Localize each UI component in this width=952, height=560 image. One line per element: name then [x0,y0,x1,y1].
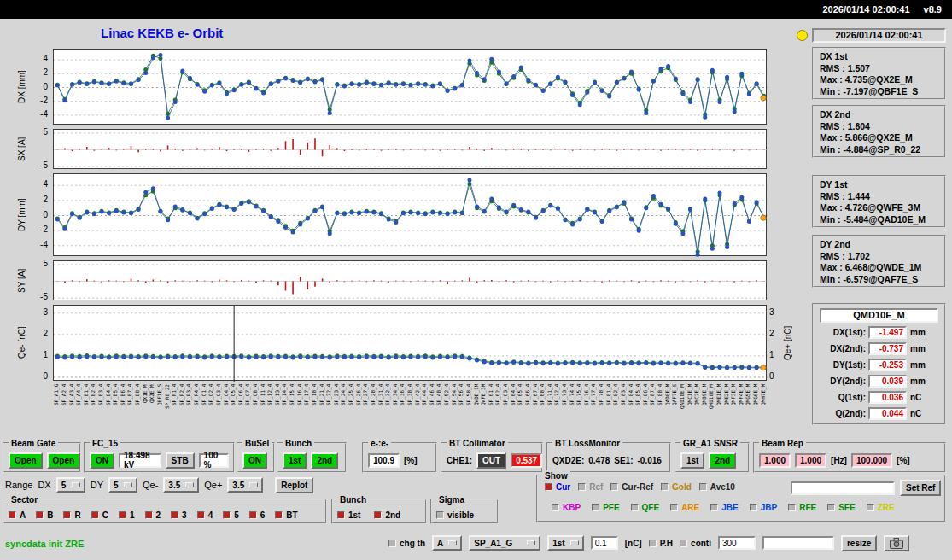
x-axis-label: SP_B3_4 [97,384,103,434]
checkbox-visible[interactable]: visible [436,510,474,520]
nc-unit-label: [nC] [625,539,642,548]
x-axis-label: SP_46_4 [429,384,435,434]
x-axis-label: SP_78_4 [598,384,604,434]
y-tick-label: 2 [31,195,48,204]
beam-gate-open1-button[interactable]: Open [9,452,43,469]
checkbox-5[interactable]: 5 [223,510,239,520]
y-tick-label: 5 [31,127,48,137]
checkbox-6[interactable]: 6 [249,510,266,520]
checkbox-gold[interactable]: Gold [661,482,692,492]
checkbox-r[interactable]: R [63,510,80,520]
x-axis-label: SP_68_4 [539,384,545,434]
snsr-2nd-button[interactable]: 2nd [709,452,736,469]
checkbox-b[interactable]: B [36,510,53,520]
x-axis-label: QWFE_3M [480,384,486,434]
snsr-1st-button[interactable]: 1st [680,452,704,469]
checkbox-bt[interactable]: BT [275,510,297,520]
checkbox-a[interactable]: A [9,510,26,520]
che1-out-button[interactable]: OUT [476,452,506,469]
busel-on-button[interactable]: ON [242,452,267,469]
stat-line: RMS : 1.444 [820,191,944,203]
interval-input[interactable] [718,536,756,550]
checkbox-1st[interactable]: 1st [337,510,360,520]
chg-th-checkbox[interactable]: chg th [388,539,425,548]
stat-dy-1st: DY 1st RMS : 1.444 Max : 4.726@QWFE_3M M… [812,175,946,228]
x-axis-label: SP_11_4 [260,384,266,434]
dy-plot [53,173,767,256]
fc15-on-button[interactable]: ON [90,452,114,469]
checkbox-jbp[interactable]: JBP [750,503,777,512]
x-axis-label: SP_A1_G [53,384,59,434]
stat-line: Min : -4.884@SP_R0_22 [820,144,944,156]
x-axis-label: SP_16_4 [296,384,302,434]
checkbox-3[interactable]: 3 [171,510,187,520]
threshold-input[interactable] [591,536,618,550]
monitor-label: DY(1st): [818,360,866,370]
ref-input[interactable] [791,481,895,495]
q-plot [53,305,767,381]
beam-gate-open2-button[interactable]: Open [47,452,81,469]
checkbox-rfe[interactable]: RFE [788,503,816,512]
checkbox-cur[interactable]: Cur [545,482,570,492]
checkbox-cur-ref[interactable]: Cur-Ref [610,482,653,492]
y-axis-label: DY [mm] [17,173,28,256]
y-tick-label: -2 [31,96,48,105]
group-label: BT Collimator [447,438,508,449]
camera-button[interactable] [884,535,909,551]
che1-label: CHE1: [447,456,472,465]
x-axis-label: SP_R2_4 [178,384,184,434]
range-dy-dropdown[interactable]: 5 [108,477,137,493]
checkbox-indicator-icon [374,511,382,519]
range-dx-dropdown[interactable]: 5 [56,477,85,493]
bunch-select-dropdown[interactable]: 1st [547,535,583,551]
replot-button[interactable]: Replot [275,477,313,493]
set-ref-button[interactable]: Set Ref [900,480,941,496]
checkbox-2nd[interactable]: 2nd [374,510,400,520]
checkbox-indicator-icon [827,504,835,511]
resize-button[interactable]: resize [841,535,877,551]
checkbox-zre[interactable]: ZRE [867,503,895,512]
y-tick-label-right: 0 [769,371,781,381]
bpm-select-dropdown[interactable]: SP_A1_G [469,535,540,551]
checkbox-ref[interactable]: Ref [578,482,603,492]
x-axis-label: SP_71_4 [546,384,552,434]
x-axis-label: SP_17_4 [303,384,309,434]
checkbox-qfe[interactable]: QFE [631,503,660,512]
checkbox-2[interactable]: 2 [145,510,161,520]
aux-input[interactable] [762,536,834,550]
checkbox-jbe[interactable]: JBE [710,503,738,512]
checkbox-indicator-icon [91,511,99,519]
checkbox-4[interactable]: 4 [197,510,213,520]
x-axis-label: SP_77_4 [590,384,596,434]
checkbox-label: Cur-Ref [622,482,653,492]
checkbox-c[interactable]: C [91,510,108,520]
checkbox-label: C [102,510,108,520]
qxd2e-value: 0.478 [588,456,610,465]
bunch-1st-button[interactable]: 1st [283,452,307,469]
x-axis-label: SP_B5_4 [112,384,118,434]
fc15-stb-button[interactable]: STB [166,452,195,469]
group-label: Show [542,470,570,481]
bunch-2nd-button[interactable]: 2nd [311,452,338,469]
range-qem-dropdown[interactable]: 3.5 [163,477,199,493]
checkbox-1[interactable]: 1 [119,510,135,520]
ph-checkbox[interactable]: P.H [649,539,673,548]
x-axis-label: QME2E_M [723,384,729,434]
checkbox-label: 6 [260,510,266,520]
checkbox-sfe[interactable]: SFE [827,503,855,512]
conti-checkbox[interactable]: conti [680,539,711,548]
checkbox-indicator-icon [670,504,678,511]
titlebar-datetime: 2026/01/14 02:00:41 [822,4,909,15]
range-qep-dropdown[interactable]: 3.5 [227,477,263,493]
checkbox-pfe[interactable]: PFE [592,503,619,512]
checkbox-are[interactable]: ARE [670,503,699,512]
checkbox-label: 2nd [385,510,400,520]
checkbox-ave10[interactable]: Ave10 [699,482,735,492]
y-tick-label: -4 [31,109,48,119]
dropdown-value: SP_A1_G [474,539,512,548]
checkbox-kbp[interactable]: KBP [552,503,581,512]
busel-group: BuSel ON [237,442,275,473]
monitor-row: Q(1st): 0.036 nC [818,391,940,404]
sector-select-dropdown[interactable]: A [432,535,462,551]
monitor-unit: mm [910,328,926,337]
